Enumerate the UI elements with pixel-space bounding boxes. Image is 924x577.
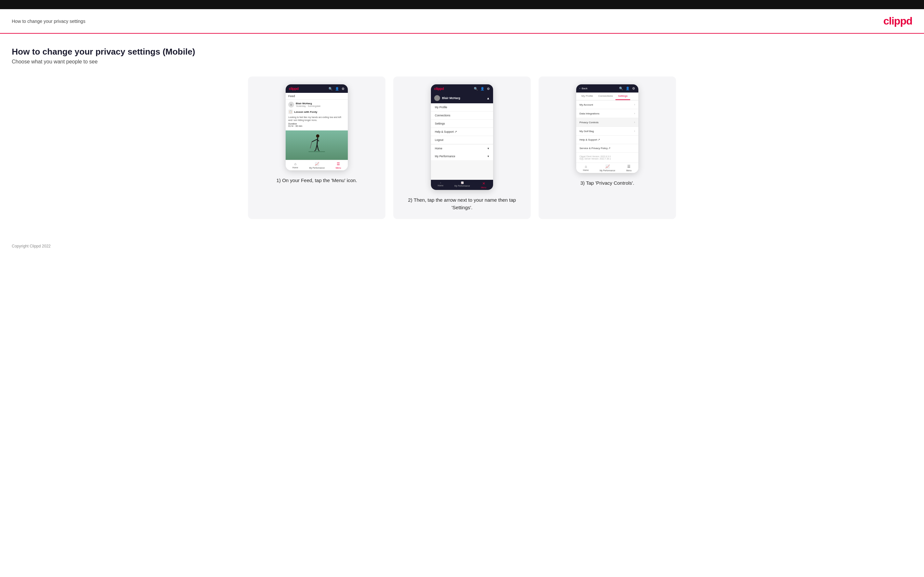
menu-avatar [434,95,440,101]
search-icon: 🔍 [328,87,333,90]
service-privacy-label: Service & Privacy Policy ↗ [580,147,611,150]
main-content: How to change your privacy settings (Mob… [0,34,924,239]
home-icon: ⌂ [294,162,296,166]
phone-1-bottom-bar: ⌂ Home 📈 My Performance ☰ Menu [286,160,348,170]
post-duration: Duration 01 hr : 30 min [288,122,345,127]
settings-list: My Account › Data Integrations › Privacy… [576,100,638,163]
x-close-icon: ✕ [482,181,485,186]
step-1-card: clippd 🔍 👤 ⚙ Feed B Blair McHarg [248,76,385,219]
profile-icon: 👤 [335,87,339,90]
s2-menu-label: Menu [481,186,486,189]
step-3-label: 3) Tap 'Privacy Controls'. [580,179,635,187]
golf-image [286,131,348,160]
step-2-card: clippd 🔍 👤 ⚙ Blair McHarg [393,76,531,219]
menu-overlay: Blair McHarg ▲ My Profile Connections Se… [431,93,493,180]
step-3-card: ‹ Back 🔍 👤 ⚙ My Profile Connections Sett… [539,76,676,219]
step-2-label: 2) Then, tap the arrow next to your name… [401,197,523,211]
performance-label: My Performance [309,167,325,169]
menu-item-connections[interactable]: Connections [431,111,493,120]
my-account-label: My Account [580,103,593,106]
footer: Copyright Clippd 2022 [0,239,924,254]
feed-label: Feed [286,93,348,100]
phone-2-icons: 🔍 👤 ⚙ [474,87,490,90]
duration-value: 01 hr : 30 min [288,125,302,127]
s3-performance-icon: 📈 [605,164,610,169]
header-title: How to change your privacy settings [12,19,86,24]
tab-connections[interactable]: Connections [596,92,615,100]
bottom-home[interactable]: ⌂ Home [292,162,298,169]
nav-performance-label: My Performance [435,155,455,158]
s3-home-icon: ⌂ [585,164,587,168]
menu-item-logout[interactable]: Logout [431,136,493,144]
s2-home-icon: ⌂ [440,181,441,184]
duration-label: Duration [288,122,297,125]
menu-connections-label: Connections [435,114,450,117]
s3-bottom-menu[interactable]: ☰ Menu [626,164,632,172]
back-row: ‹ Back [580,87,587,90]
menu-label: Menu [336,167,341,169]
bottom-menu[interactable]: ☰ Menu [336,162,341,169]
copyright: Copyright Clippd 2022 [12,244,51,248]
svg-line-8 [318,150,319,151]
menu-item-help[interactable]: Help & Support ↗ [431,128,493,136]
search-icon-2: 🔍 [474,87,478,90]
lesson-title: Lesson with Fordy [294,111,317,113]
svg-point-0 [316,134,319,138]
data-integrations-label: Data Integrations [580,112,599,115]
phone-2-navbar: clippd 🔍 👤 ⚙ [431,84,493,93]
menu-user-row: Blair McHarg ▲ [431,93,493,103]
arrow-up-icon[interactable]: ▲ [486,97,490,100]
privacy-controls-label: Privacy Controls [580,121,598,124]
phone-2-logo: clippd [434,87,444,90]
chevron-right-icon: › [634,103,635,106]
s2-bottom-menu[interactable]: ✕ Menu [481,181,486,189]
phone-3-icons: 🔍 👤 ⚙ [619,87,635,90]
s2-bottom-performance[interactable]: 📈 My Performance [454,181,470,189]
lesson-icon: 📋 [288,110,293,114]
settings-tabs: My Profile Connections Settings [576,92,638,100]
post-user-sub: Yesterday · Sunningdale [296,105,321,107]
step-2-phone: clippd 🔍 👤 ⚙ Blair McHarg [431,84,493,190]
menu-profile-label: My Profile [435,106,447,109]
version-info: Clippd Client Version: 2022.8.3-3 GQL Se… [576,153,638,163]
page-heading: How to change your privacy settings (Mob… [12,47,912,57]
menu-item-settings[interactable]: Settings [431,120,493,128]
chevron-down-icon: ▾ [488,147,489,150]
s3-bottom-performance[interactable]: 📈 My Performance [600,164,615,172]
menu-nav-performance[interactable]: My Performance ▾ [431,152,493,160]
tab-my-profile[interactable]: My Profile [579,92,596,100]
help-support-label: Help & Support ↗ [580,138,600,141]
s2-performance-label: My Performance [454,185,470,187]
settings-service-privacy[interactable]: Service & Privacy Policy ↗ [576,144,638,153]
step-3-phone: ‹ Back 🔍 👤 ⚙ My Profile Connections Sett… [576,84,638,173]
settings-my-golf-bag[interactable]: My Golf Bag › [576,127,638,136]
settings-icon: ⚙ [342,87,344,90]
svg-line-7 [315,150,316,151]
menu-user-left: Blair McHarg [434,95,460,101]
settings-my-account[interactable]: My Account › [576,100,638,109]
post-user-info: Blair McHarg Yesterday · Sunningdale [296,102,321,107]
s3-menu-label: Menu [626,169,632,172]
svg-line-6 [317,145,318,150]
phone-1-icons: 🔍 👤 ⚙ [328,87,344,90]
s2-bottom-home[interactable]: ⌂ Home [438,181,443,189]
phone-1-navbar: clippd 🔍 👤 ⚙ [286,84,348,93]
settings-privacy-controls[interactable]: Privacy Controls › [576,118,638,127]
menu-item-profile[interactable]: My Profile [431,103,493,111]
post-desc: Looking to feel like my hands are exitin… [288,116,345,122]
menu-nav-home[interactable]: Home ▾ [431,145,493,152]
s3-bottom-home[interactable]: ⌂ Home [583,164,589,172]
post-user-row: B Blair McHarg Yesterday · Sunningdale [288,102,345,108]
version-line-1: Clippd Client Version: 2022.8.3-3 [580,155,635,158]
performance-icon: 📈 [315,162,319,166]
menu-user-name: Blair McHarg [442,97,460,100]
phone-3-bottom-bar: ⌂ Home 📈 My Performance ☰ Menu [576,163,638,173]
s3-performance-label: My Performance [600,169,615,172]
bottom-performance[interactable]: 📈 My Performance [309,162,325,169]
settings-help-support[interactable]: Help & Support ↗ [576,136,638,144]
settings-data-integrations[interactable]: Data Integrations › [576,109,638,118]
home-label: Home [292,166,298,169]
my-golf-bag-label: My Golf Bag [580,130,594,133]
page-subheading: Choose what you want people to see [12,59,912,65]
tab-settings[interactable]: Settings [615,92,630,100]
